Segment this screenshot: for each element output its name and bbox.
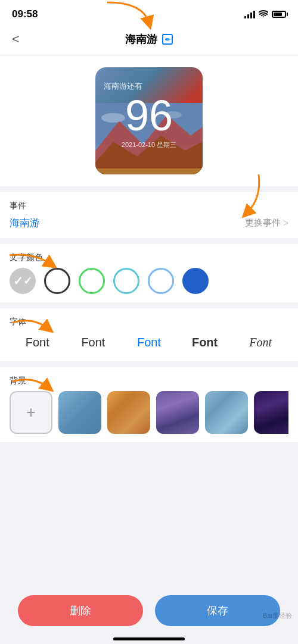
watermark: Bai度经验 bbox=[263, 611, 292, 620]
svg-point-5 bbox=[101, 113, 125, 123]
bg-section: 背景 + bbox=[0, 367, 298, 442]
color-option-green[interactable] bbox=[79, 268, 105, 294]
bottom-buttons: 删除 保存 bbox=[0, 586, 298, 644]
nav-bar: < 海南游 bbox=[0, 26, 298, 55]
change-event-button[interactable]: 更换事件 > bbox=[245, 217, 288, 229]
status-time: 09:58 bbox=[12, 8, 38, 20]
font-option-medium[interactable]: Font bbox=[66, 332, 122, 353]
bg-option-5[interactable] bbox=[254, 391, 288, 434]
font-picker-row: Font Font Font Font Font bbox=[10, 332, 288, 353]
bg-add-button[interactable]: + bbox=[10, 391, 52, 434]
back-button[interactable]: < bbox=[12, 32, 20, 47]
widget-title: 海南游还有 bbox=[95, 81, 142, 92]
event-row: 海南游 更换事件 > bbox=[10, 216, 288, 230]
font-option-blue[interactable]: Font bbox=[121, 332, 177, 353]
widget-date: 2021-02-10 星期三 bbox=[122, 140, 176, 149]
widget-preview: 海南游还有 96 2021-02-10 星期三 bbox=[95, 67, 203, 174]
nav-title-text: 海南游 bbox=[125, 32, 157, 46]
event-name: 海南游 bbox=[10, 216, 40, 230]
font-option-bold[interactable]: Font bbox=[177, 332, 233, 353]
color-option-black[interactable] bbox=[44, 268, 70, 294]
color-section-label: 文字颜色 bbox=[10, 252, 288, 263]
font-option-system[interactable]: Font bbox=[10, 332, 66, 353]
color-option-white[interactable]: ✓ bbox=[10, 268, 36, 294]
bg-picker-row: + bbox=[10, 391, 288, 434]
color-option-blue[interactable] bbox=[182, 268, 209, 294]
bg-option-1[interactable] bbox=[58, 391, 101, 434]
chevron-right-icon: > bbox=[283, 218, 288, 229]
color-section: 文字颜色 ✓ bbox=[0, 244, 298, 302]
color-option-lightblue[interactable] bbox=[148, 268, 174, 294]
change-event-label: 更换事件 bbox=[245, 217, 281, 229]
bg-option-4[interactable] bbox=[205, 391, 248, 434]
spacer2 bbox=[0, 484, 298, 520]
plus-icon: + bbox=[26, 404, 36, 421]
battery-icon bbox=[272, 11, 286, 18]
save-button[interactable]: 保存 bbox=[155, 595, 280, 626]
font-option-serif[interactable]: Font bbox=[232, 332, 288, 353]
nav-title: 海南游 bbox=[125, 32, 173, 46]
spacer bbox=[0, 448, 298, 484]
bg-option-3[interactable] bbox=[156, 391, 199, 434]
delete-button[interactable]: 删除 bbox=[18, 595, 143, 626]
event-section: 事件 海南游 更换事件 > bbox=[0, 192, 298, 238]
widget-number: 96 bbox=[125, 94, 173, 137]
color-option-teal[interactable] bbox=[113, 268, 139, 294]
svg-rect-4 bbox=[95, 168, 203, 174]
event-section-label: 事件 bbox=[10, 201, 288, 211]
edit-title-button[interactable] bbox=[162, 34, 173, 45]
color-picker-row: ✓ bbox=[10, 268, 288, 294]
status-icons bbox=[244, 10, 286, 19]
bg-section-label: 背景 bbox=[10, 376, 288, 386]
widget-preview-container: 海南游还有 96 2021-02-10 星期三 bbox=[0, 55, 298, 186]
font-section-label: 字体 bbox=[10, 317, 288, 327]
wifi-icon bbox=[259, 10, 268, 19]
bg-option-2[interactable] bbox=[107, 391, 150, 434]
home-indicator bbox=[113, 637, 185, 640]
status-bar: 09:58 bbox=[0, 0, 298, 26]
signal-icon bbox=[244, 10, 255, 18]
font-section: 字体 Font Font Font Font Font bbox=[0, 308, 298, 361]
